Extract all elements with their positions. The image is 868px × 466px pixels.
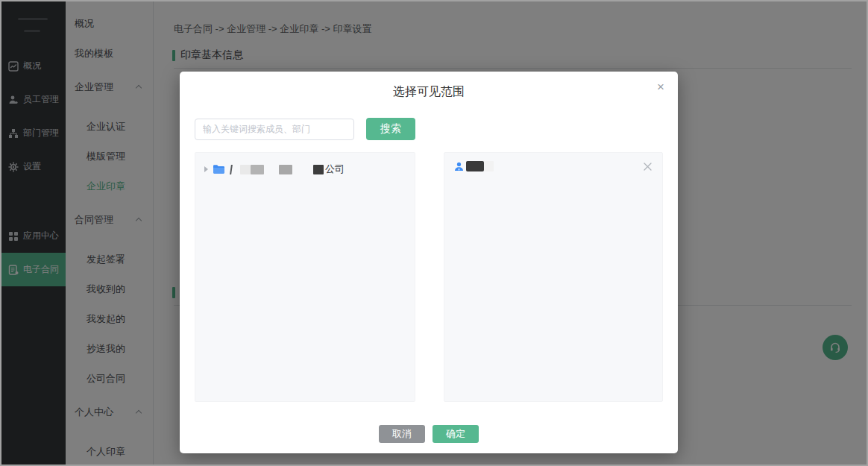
redacted-member-name-block [484, 161, 494, 171]
selected-members-panel [444, 152, 663, 402]
person-icon [454, 162, 464, 171]
select-visible-range-dialog: 选择可见范围 × 搜索 公司 [180, 72, 678, 453]
close-icon[interactable]: × [657, 81, 664, 93]
cancel-button[interactable]: 取消 [379, 425, 425, 443]
company-suffix-label: 公司 [325, 163, 345, 176]
redacted-company-name-block [251, 165, 264, 174]
dialog-title: 选择可见范围 [180, 72, 678, 100]
selected-member-row [444, 153, 662, 180]
redacted-company-name-block [279, 165, 292, 174]
redacted-company-name-fragment [230, 165, 233, 174]
tree-expand-arrow-icon[interactable] [204, 166, 208, 172]
department-tree-panel: 公司 [195, 152, 415, 402]
redacted-company-name-block [313, 165, 324, 174]
app-window: 概况 员工管理 部门管理 设置 应用中心 电子合同 [0, 0, 868, 466]
remove-member-icon[interactable] [643, 162, 652, 171]
redacted-member-name-block [466, 161, 484, 171]
folder-icon [213, 164, 225, 174]
tree-node-company[interactable]: 公司 [195, 153, 415, 186]
search-button[interactable]: 搜索 [366, 118, 415, 140]
search-row: 搜索 [195, 118, 415, 140]
confirm-button[interactable]: 确定 [433, 425, 479, 443]
dialog-footer: 取消 确定 [180, 425, 678, 443]
redacted-company-name-block [240, 165, 251, 174]
search-input[interactable] [195, 119, 354, 140]
